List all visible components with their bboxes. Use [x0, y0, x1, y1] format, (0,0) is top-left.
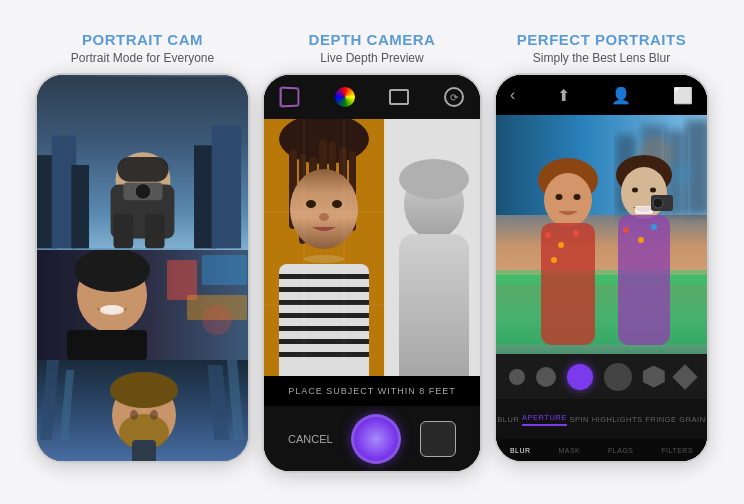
svg-rect-23 — [127, 330, 147, 360]
svg-point-77 — [544, 173, 592, 227]
tab-grain[interactable]: GRAIN — [679, 415, 705, 424]
shape-active-circle[interactable] — [567, 364, 593, 390]
depth-controls: CANCEL — [264, 406, 480, 471]
svg-rect-75 — [496, 270, 707, 285]
tab-aperture[interactable]: APERTURE — [522, 413, 567, 426]
svg-point-95 — [651, 224, 657, 230]
portrait-top-bar: ‹ ⬆ 👤 ⬜ — [496, 75, 707, 115]
camera-switch-icon[interactable]: ⟳ — [442, 85, 466, 109]
svg-point-72 — [669, 163, 693, 187]
panel3-subtitle: Simply the Best Lens Blur — [533, 51, 670, 65]
svg-rect-15 — [202, 255, 247, 285]
svg-rect-51 — [279, 287, 369, 292]
svg-point-83 — [573, 230, 579, 236]
portrait-photo-area — [496, 115, 707, 354]
svg-point-45 — [306, 200, 316, 208]
svg-rect-11 — [114, 214, 134, 248]
svg-rect-7 — [117, 157, 168, 182]
tab-spin[interactable]: SPIN — [569, 415, 589, 424]
panel3-title: PERFECT PORTRAITS — [517, 31, 686, 48]
portrait-grid — [37, 75, 248, 461]
phone-frame-3: ‹ ⬆ 👤 ⬜ — [494, 73, 709, 463]
svg-point-82 — [558, 242, 564, 248]
svg-point-81 — [545, 232, 551, 238]
palette-icon[interactable] — [333, 85, 357, 109]
svg-point-31 — [110, 372, 178, 408]
svg-rect-54 — [279, 326, 369, 331]
cancel-button[interactable]: CANCEL — [288, 433, 333, 445]
svg-rect-14 — [167, 260, 197, 300]
photo-1-bg — [37, 75, 248, 250]
svg-point-88 — [650, 188, 656, 193]
svg-point-44 — [290, 169, 358, 249]
svg-rect-61 — [399, 234, 469, 376]
panel-depth-camera: DEPTH CAMERA Live Depth Preview — [262, 31, 482, 473]
portrait-photo-3 — [37, 360, 248, 461]
svg-point-47 — [319, 213, 329, 221]
svg-rect-80 — [541, 223, 595, 345]
svg-point-19 — [74, 250, 150, 292]
screens-row: PORTRAIT CAM Portrait Mode for Everyone — [35, 31, 709, 473]
shape-medium-circle[interactable] — [536, 367, 556, 387]
subtab-filters[interactable]: FILTERS — [661, 447, 693, 454]
svg-rect-3 — [71, 165, 89, 248]
svg-point-78 — [556, 194, 563, 200]
svg-rect-5 — [212, 126, 241, 249]
svg-point-48 — [304, 255, 344, 263]
tab-blur[interactable]: BLUR — [497, 415, 519, 424]
svg-rect-49 — [279, 264, 369, 376]
panel-portrait-cam: PORTRAIT CAM Portrait Mode for Everyone — [35, 31, 250, 463]
subtab-flags[interactable]: FLAGS — [608, 447, 633, 454]
panel1-title: PORTRAIT CAM — [82, 31, 203, 48]
svg-point-91 — [653, 198, 663, 208]
svg-rect-50 — [279, 274, 369, 279]
svg-point-79 — [574, 194, 581, 200]
svg-point-87 — [632, 188, 638, 193]
subtab-mask[interactable]: MASK — [558, 447, 580, 454]
bottom-sub-tabs: BLUR MASK FLAGS FILTERS — [496, 439, 707, 461]
shape-large-circle[interactable] — [604, 363, 632, 391]
depth-view — [264, 119, 480, 376]
bottom-tabs: BLUR APERTURE SPIN HIGHLIGHTS FRINGE — [496, 399, 707, 439]
svg-point-60 — [399, 159, 469, 199]
panel-perfect-portraits: PERFECT PORTRAITS Simply the Best Lens B… — [494, 31, 709, 463]
svg-point-10 — [135, 184, 151, 200]
cube-icon[interactable] — [278, 85, 302, 109]
tab-fringe[interactable]: FRINGE — [645, 415, 676, 424]
svg-rect-22 — [67, 330, 82, 360]
panel2-title: DEPTH CAMERA — [309, 31, 436, 48]
shape-diamond[interactable] — [676, 368, 694, 386]
depth-prompt: PLACE SUBJECT WITHIN 8 FEET — [264, 376, 480, 406]
depth-toolbar: ⟳ — [264, 75, 480, 119]
shutter-button[interactable] — [351, 414, 401, 464]
person-icon[interactable]: 👤 — [611, 86, 631, 105]
screen-icon[interactable] — [387, 85, 411, 109]
phone-frame-1 — [35, 73, 250, 463]
filter-shapes-row — [496, 354, 707, 399]
gallery-thumbnail[interactable] — [420, 421, 456, 457]
depth-camera-ui: ⟳ — [264, 75, 480, 471]
shape-small-circle[interactable] — [509, 369, 525, 385]
share-alt-icon[interactable]: ⬆ — [557, 86, 570, 105]
svg-point-33 — [150, 410, 158, 420]
svg-rect-53 — [279, 313, 369, 318]
portrait-editor-ui: ‹ ⬆ 👤 ⬜ — [496, 75, 707, 461]
back-icon[interactable]: ‹ — [510, 86, 515, 104]
export-icon[interactable]: ⬜ — [673, 86, 693, 105]
svg-point-17 — [202, 305, 232, 335]
portrait-photo-1 — [37, 75, 248, 250]
svg-point-84 — [551, 257, 557, 263]
svg-point-94 — [638, 237, 644, 243]
shape-hexagon[interactable] — [643, 366, 665, 388]
svg-rect-92 — [618, 215, 670, 345]
phone-frame-2: ⟳ — [262, 73, 482, 473]
svg-point-32 — [130, 410, 138, 420]
svg-rect-55 — [279, 339, 369, 344]
tab-highlights[interactable]: HIGHLIGHTS — [592, 415, 643, 424]
svg-point-93 — [623, 227, 629, 233]
svg-rect-74 — [496, 275, 707, 345]
svg-point-46 — [332, 200, 342, 208]
svg-rect-89 — [635, 206, 653, 214]
svg-rect-34 — [132, 440, 156, 461]
subtab-blur[interactable]: BLUR — [510, 447, 531, 454]
